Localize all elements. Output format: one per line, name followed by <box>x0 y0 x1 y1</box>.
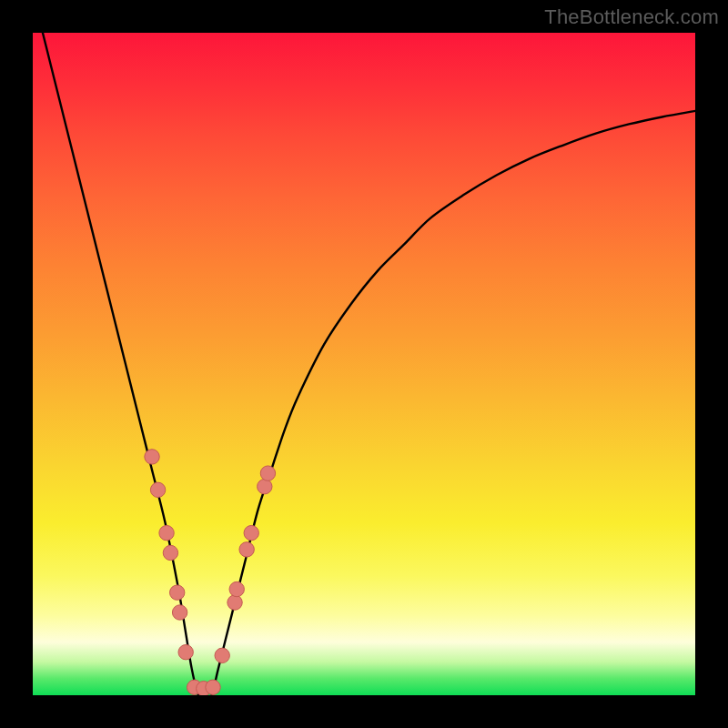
curve-marker <box>187 680 201 694</box>
bottleneck-curve <box>33 33 695 695</box>
curve-marker <box>260 466 275 480</box>
curve-marker <box>228 595 242 610</box>
curve-marker <box>178 644 193 659</box>
plot-area <box>33 33 695 695</box>
chart-frame: TheBottleneck.com <box>0 0 728 728</box>
curve-marker <box>229 581 244 596</box>
curve-marker <box>145 450 159 464</box>
curve-marker <box>244 525 258 540</box>
curve-marker <box>206 680 220 694</box>
curve-svg <box>33 33 695 695</box>
curve-marker <box>215 648 229 662</box>
curve-marker <box>172 605 187 620</box>
curve-marker <box>170 585 185 600</box>
curve-marker <box>159 525 174 540</box>
curve-marker <box>197 682 211 695</box>
curve-marker <box>150 482 165 497</box>
watermark-text: TheBottleneck.com <box>544 5 719 29</box>
curve-marker <box>163 545 177 560</box>
curve-marker <box>258 479 272 493</box>
curve-markers <box>145 450 276 695</box>
curve-marker <box>239 542 254 557</box>
